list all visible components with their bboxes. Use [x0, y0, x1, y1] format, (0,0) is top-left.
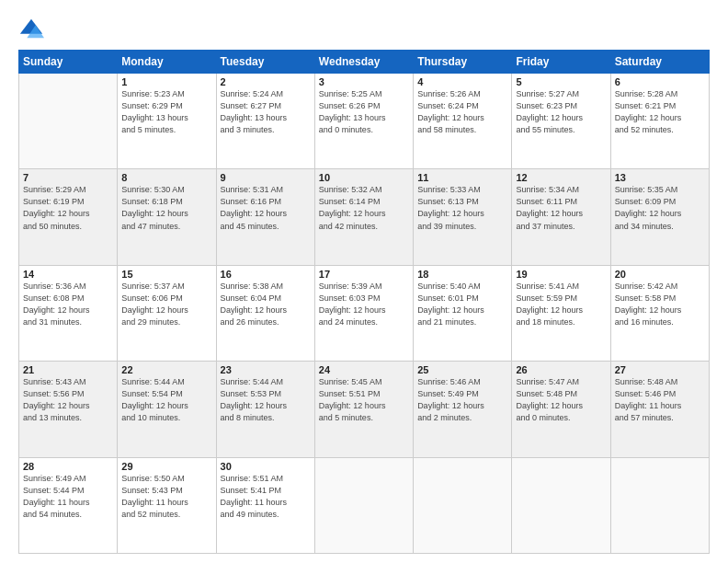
day-number: 27 — [615, 364, 705, 375]
logo-icon — [18, 17, 44, 42]
day-number: 1 — [121, 76, 211, 87]
day-number: 4 — [417, 76, 507, 87]
day-info: Sunrise: 5:50 AM Sunset: 5:43 PM Dayligh… — [121, 473, 211, 521]
header — [18, 17, 710, 42]
calendar-day-7: 7Sunrise: 5:29 AM Sunset: 6:19 PM Daylig… — [19, 169, 118, 265]
day-info: Sunrise: 5:39 AM Sunset: 6:03 PM Dayligh… — [319, 281, 409, 328]
calendar-week-row: 1Sunrise: 5:23 AM Sunset: 6:29 PM Daylig… — [19, 74, 710, 169]
calendar-day-24: 24Sunrise: 5:45 AM Sunset: 5:51 PM Dayli… — [314, 362, 413, 457]
calendar-day-11: 11Sunrise: 5:33 AM Sunset: 6:13 PM Dayli… — [414, 169, 512, 265]
day-number: 23 — [221, 364, 311, 375]
day-number: 26 — [516, 364, 606, 375]
day-number: 7 — [23, 172, 113, 183]
day-info: Sunrise: 5:44 AM Sunset: 5:53 PM Dayligh… — [221, 376, 311, 424]
day-info: Sunrise: 5:42 AM Sunset: 5:58 PM Dayligh… — [615, 281, 705, 328]
calendar-header-row: SundayMondayTuesdayWednesdayThursdayFrid… — [19, 51, 710, 74]
day-number: 8 — [121, 172, 211, 183]
calendar-day-empty — [610, 457, 709, 553]
day-number: 28 — [23, 461, 113, 472]
day-number: 11 — [417, 172, 507, 183]
calendar-day-18: 18Sunrise: 5:40 AM Sunset: 6:01 PM Dayli… — [414, 265, 512, 361]
calendar-day-14: 14Sunrise: 5:36 AM Sunset: 6:08 PM Dayli… — [19, 265, 118, 361]
calendar-table: SundayMondayTuesdayWednesdayThursdayFrid… — [18, 50, 710, 554]
calendar-day-16: 16Sunrise: 5:38 AM Sunset: 6:04 PM Dayli… — [216, 265, 314, 361]
day-info: Sunrise: 5:24 AM Sunset: 6:27 PM Dayligh… — [221, 88, 311, 136]
calendar-day-8: 8Sunrise: 5:30 AM Sunset: 6:18 PM Daylig… — [118, 169, 216, 265]
day-info: Sunrise: 5:37 AM Sunset: 6:06 PM Dayligh… — [121, 281, 211, 328]
calendar-day-23: 23Sunrise: 5:44 AM Sunset: 5:53 PM Dayli… — [216, 362, 314, 457]
calendar-day-1: 1Sunrise: 5:23 AM Sunset: 6:29 PM Daylig… — [118, 74, 216, 169]
day-number: 12 — [516, 172, 606, 183]
weekday-header-thursday: Thursday — [414, 51, 512, 74]
day-number: 13 — [615, 172, 705, 183]
calendar-day-6: 6Sunrise: 5:28 AM Sunset: 6:21 PM Daylig… — [610, 74, 709, 169]
day-number: 15 — [121, 269, 211, 280]
day-info: Sunrise: 5:48 AM Sunset: 5:46 PM Dayligh… — [615, 376, 705, 424]
day-info: Sunrise: 5:25 AM Sunset: 6:26 PM Dayligh… — [319, 88, 409, 136]
calendar-day-26: 26Sunrise: 5:47 AM Sunset: 5:48 PM Dayli… — [512, 362, 610, 457]
weekday-header-sunday: Sunday — [19, 51, 118, 74]
day-info: Sunrise: 5:29 AM Sunset: 6:19 PM Dayligh… — [23, 184, 113, 232]
day-number: 21 — [23, 364, 113, 375]
day-number: 9 — [221, 172, 311, 183]
calendar-day-12: 12Sunrise: 5:34 AM Sunset: 6:11 PM Dayli… — [512, 169, 610, 265]
day-number: 29 — [121, 461, 211, 472]
day-info: Sunrise: 5:38 AM Sunset: 6:04 PM Dayligh… — [221, 281, 311, 328]
day-number: 25 — [417, 364, 507, 375]
day-info: Sunrise: 5:43 AM Sunset: 5:56 PM Dayligh… — [23, 376, 113, 424]
calendar-day-10: 10Sunrise: 5:32 AM Sunset: 6:14 PM Dayli… — [314, 169, 413, 265]
day-number: 30 — [221, 461, 311, 472]
day-info: Sunrise: 5:44 AM Sunset: 5:54 PM Dayligh… — [121, 376, 211, 424]
day-number: 24 — [319, 364, 409, 375]
day-info: Sunrise: 5:34 AM Sunset: 6:11 PM Dayligh… — [516, 184, 606, 232]
calendar-week-row: 28Sunrise: 5:49 AM Sunset: 5:44 PM Dayli… — [19, 457, 710, 553]
day-info: Sunrise: 5:49 AM Sunset: 5:44 PM Dayligh… — [23, 473, 113, 521]
day-number: 14 — [23, 269, 113, 280]
day-info: Sunrise: 5:45 AM Sunset: 5:51 PM Dayligh… — [319, 376, 409, 424]
calendar-day-17: 17Sunrise: 5:39 AM Sunset: 6:03 PM Dayli… — [314, 265, 413, 361]
calendar-day-27: 27Sunrise: 5:48 AM Sunset: 5:46 PM Dayli… — [610, 362, 709, 457]
day-number: 20 — [615, 269, 705, 280]
calendar-day-empty — [314, 457, 413, 553]
calendar-week-row: 21Sunrise: 5:43 AM Sunset: 5:56 PM Dayli… — [19, 362, 710, 457]
day-number: 19 — [516, 269, 606, 280]
day-info: Sunrise: 5:23 AM Sunset: 6:29 PM Dayligh… — [121, 88, 211, 136]
calendar-day-19: 19Sunrise: 5:41 AM Sunset: 5:59 PM Dayli… — [512, 265, 610, 361]
day-number: 17 — [319, 269, 409, 280]
calendar-day-2: 2Sunrise: 5:24 AM Sunset: 6:27 PM Daylig… — [216, 74, 314, 169]
weekday-header-monday: Monday — [118, 51, 216, 74]
weekday-header-friday: Friday — [512, 51, 610, 74]
day-info: Sunrise: 5:27 AM Sunset: 6:23 PM Dayligh… — [516, 88, 606, 136]
calendar-day-empty — [414, 457, 512, 553]
day-info: Sunrise: 5:40 AM Sunset: 6:01 PM Dayligh… — [417, 281, 507, 328]
day-info: Sunrise: 5:46 AM Sunset: 5:49 PM Dayligh… — [417, 376, 507, 424]
logo — [18, 17, 48, 42]
calendar-day-5: 5Sunrise: 5:27 AM Sunset: 6:23 PM Daylig… — [512, 74, 610, 169]
day-info: Sunrise: 5:32 AM Sunset: 6:14 PM Dayligh… — [319, 184, 409, 232]
weekday-header-tuesday: Tuesday — [216, 51, 314, 74]
day-number: 22 — [121, 364, 211, 375]
calendar-day-9: 9Sunrise: 5:31 AM Sunset: 6:16 PM Daylig… — [216, 169, 314, 265]
calendar-day-4: 4Sunrise: 5:26 AM Sunset: 6:24 PM Daylig… — [414, 74, 512, 169]
day-info: Sunrise: 5:26 AM Sunset: 6:24 PM Dayligh… — [417, 88, 507, 136]
day-number: 5 — [516, 76, 606, 87]
calendar-day-28: 28Sunrise: 5:49 AM Sunset: 5:44 PM Dayli… — [19, 457, 118, 553]
calendar-day-15: 15Sunrise: 5:37 AM Sunset: 6:06 PM Dayli… — [118, 265, 216, 361]
day-info: Sunrise: 5:33 AM Sunset: 6:13 PM Dayligh… — [417, 184, 507, 232]
calendar-day-3: 3Sunrise: 5:25 AM Sunset: 6:26 PM Daylig… — [314, 74, 413, 169]
weekday-header-saturday: Saturday — [610, 51, 709, 74]
day-info: Sunrise: 5:41 AM Sunset: 5:59 PM Dayligh… — [516, 281, 606, 328]
day-number: 18 — [417, 269, 507, 280]
calendar-day-13: 13Sunrise: 5:35 AM Sunset: 6:09 PM Dayli… — [610, 169, 709, 265]
day-number: 3 — [319, 76, 409, 87]
calendar-week-row: 7Sunrise: 5:29 AM Sunset: 6:19 PM Daylig… — [19, 169, 710, 265]
day-info: Sunrise: 5:28 AM Sunset: 6:21 PM Dayligh… — [615, 88, 705, 136]
day-number: 6 — [615, 76, 705, 87]
day-number: 10 — [319, 172, 409, 183]
calendar-day-29: 29Sunrise: 5:50 AM Sunset: 5:43 PM Dayli… — [118, 457, 216, 553]
weekday-header-wednesday: Wednesday — [314, 51, 413, 74]
calendar-day-empty — [512, 457, 610, 553]
calendar-day-21: 21Sunrise: 5:43 AM Sunset: 5:56 PM Dayli… — [19, 362, 118, 457]
day-info: Sunrise: 5:31 AM Sunset: 6:16 PM Dayligh… — [221, 184, 311, 232]
day-info: Sunrise: 5:30 AM Sunset: 6:18 PM Dayligh… — [121, 184, 211, 232]
